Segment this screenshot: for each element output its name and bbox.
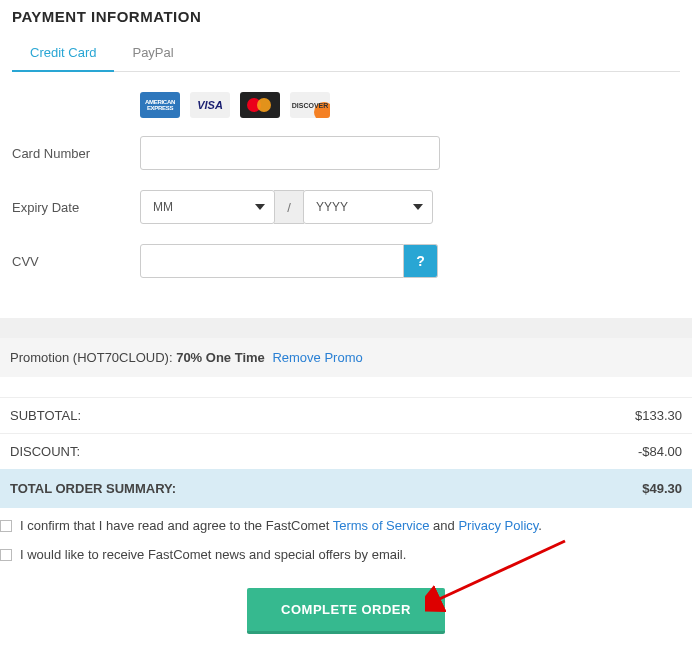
discount-row: DISCOUNT: -$84.00: [0, 433, 692, 469]
discount-label: DISCOUNT:: [10, 444, 80, 459]
tos-link[interactable]: Terms of Service: [333, 518, 430, 533]
complete-order-button[interactable]: COMPLETE ORDER: [247, 588, 445, 634]
promo-prefix: Promotion (HOT70CLOUD):: [10, 350, 176, 365]
total-row: TOTAL ORDER SUMMARY: $49.30: [0, 469, 692, 508]
subtotal-row: SUBTOTAL: $133.30: [0, 397, 692, 433]
discover-icon: DISCOVER: [290, 92, 330, 118]
card-logos: AMERICANEXPRESS VISA DISCOVER: [12, 92, 680, 118]
expiry-separator: /: [274, 190, 304, 224]
newsletter-text: I would like to receive FastComet news a…: [20, 547, 406, 562]
total-value: $49.30: [642, 481, 682, 496]
expiry-year-select[interactable]: YYYY: [303, 190, 433, 224]
newsletter-checkbox[interactable]: [0, 549, 12, 561]
card-number-label: Card Number: [12, 146, 140, 161]
subtotal-value: $133.30: [635, 408, 682, 423]
privacy-link[interactable]: Privacy Policy: [458, 518, 538, 533]
promo-bar: Promotion (HOT70CLOUD): 70% One Time Rem…: [0, 338, 692, 377]
remove-promo-link[interactable]: Remove Promo: [272, 350, 362, 365]
subtotal-label: SUBTOTAL:: [10, 408, 81, 423]
promo-value: 70% One Time: [176, 350, 265, 365]
discount-value: -$84.00: [638, 444, 682, 459]
cvv-label: CVV: [12, 254, 140, 269]
agree-text: I confirm that I have read and agree to …: [20, 518, 542, 533]
expiry-month-select[interactable]: MM: [140, 190, 275, 224]
cvv-help-icon[interactable]: ?: [404, 244, 438, 278]
tab-credit-card[interactable]: Credit Card: [12, 35, 114, 72]
payment-tabs: Credit Card PayPal: [12, 35, 680, 72]
section-title: PAYMENT INFORMATION: [12, 0, 680, 35]
visa-icon: VISA: [190, 92, 230, 118]
card-number-input[interactable]: [140, 136, 440, 170]
tab-paypal[interactable]: PayPal: [114, 35, 191, 72]
total-label: TOTAL ORDER SUMMARY:: [10, 481, 176, 496]
amex-icon: AMERICANEXPRESS: [140, 92, 180, 118]
mastercard-icon: [240, 92, 280, 118]
agree-checkbox[interactable]: [0, 520, 12, 532]
expiry-label: Expiry Date: [12, 200, 140, 215]
cvv-input[interactable]: [140, 244, 404, 278]
